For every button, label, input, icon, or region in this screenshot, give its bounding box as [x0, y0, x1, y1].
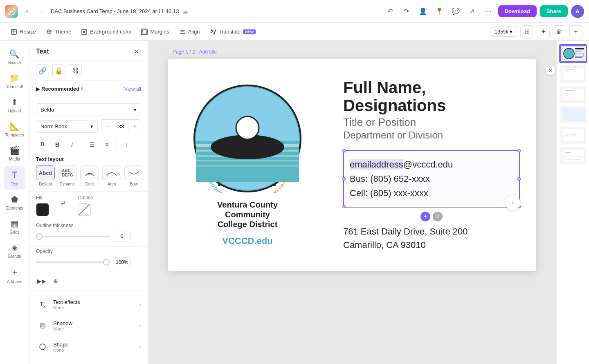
- align-left-btn[interactable]: ☰: [85, 138, 99, 151]
- panel-icon-row: 🔗 🔒 ⛓: [29, 61, 148, 81]
- layout-arch[interactable]: Arch: [102, 165, 121, 186]
- add-btn[interactable]: ＋: [569, 25, 582, 38]
- resize-tool[interactable]: Resize: [7, 27, 40, 37]
- font-style-select[interactable]: Norm Book ▾: [36, 120, 98, 133]
- thumbnail-3[interactable]: [559, 85, 587, 104]
- add-title-link[interactable]: Add title: [199, 49, 217, 55]
- bold-serif-btn[interactable]: B: [36, 138, 49, 151]
- handle-tr[interactable]: [517, 149, 521, 152]
- sidebar-item-search[interactable]: 🔍 Search: [4, 46, 25, 68]
- undo-btn[interactable]: ↶: [384, 5, 397, 18]
- bg-color-tool[interactable]: Background color: [77, 27, 135, 37]
- grid-view-btn[interactable]: ⊞: [520, 25, 533, 38]
- sidebar-item-brands[interactable]: ◈ Brands: [4, 239, 25, 262]
- opacity-value-input[interactable]: [113, 257, 131, 267]
- move-icon-refresh[interactable]: ↺: [433, 212, 443, 221]
- contact-box-wrapper: emailaddressemailaddress@vcccd.edu@vcccd…: [343, 150, 520, 208]
- svg-rect-39: [575, 57, 582, 58]
- thumbnail-5[interactable]: VCCCD: [559, 126, 587, 145]
- panel-close-btn[interactable]: ✕: [131, 47, 141, 56]
- handle-mr[interactable]: [517, 177, 521, 181]
- handle-tl[interactable]: [342, 149, 346, 152]
- redo-btn[interactable]: ↷: [400, 5, 413, 18]
- sidebar-item-grids[interactable]: ▦ Grids: [4, 215, 25, 238]
- italic-btn[interactable]: I: [65, 138, 79, 151]
- line-spacing-btn[interactable]: ↕: [120, 138, 133, 151]
- profile-icon[interactable]: 👤: [416, 5, 429, 18]
- font-size-input[interactable]: [114, 122, 128, 131]
- handle-ml[interactable]: [342, 177, 346, 181]
- sidebar-item-media[interactable]: 🎬 Media: [4, 142, 25, 165]
- share-button[interactable]: Share: [540, 5, 568, 17]
- keyframe-icon[interactable]: ⊕: [50, 275, 61, 287]
- text-effects-item[interactable]: Tx Text effects None ›: [29, 294, 148, 315]
- opacity-slider[interactable]: [36, 261, 110, 263]
- canvas-area[interactable]: Page 1 / 2 - Add title: [148, 41, 556, 364]
- thickness-slider[interactable]: [36, 236, 110, 237]
- animation-item[interactable]: Animation None ›: [29, 357, 148, 364]
- templates-icon: 📐: [9, 121, 20, 131]
- sidebar-item-templates[interactable]: 📐 Templates: [4, 118, 25, 141]
- location-icon[interactable]: 📍: [433, 5, 446, 18]
- sidebar-item-text[interactable]: T Text: [4, 166, 25, 190]
- comments-icon[interactable]: 💬: [449, 5, 462, 18]
- theme-tool[interactable]: Theme: [42, 27, 75, 37]
- svg-rect-42: [565, 69, 573, 70]
- zoom-control[interactable]: 135% ▾: [490, 27, 517, 37]
- align-tool[interactable]: Align: [175, 27, 204, 37]
- magic-btn[interactable]: ✦: [537, 25, 550, 38]
- sidebar-item-your-stuff[interactable]: 📁 Your stuff: [4, 70, 25, 92]
- shadow-item[interactable]: Shadow None ›: [29, 315, 148, 336]
- more-options-btn[interactable]: ···: [482, 5, 495, 18]
- card-address-block: 761 East Daily Drive, Suite 200 Camarill…: [343, 225, 520, 252]
- chain-btn[interactable]: ⛓: [69, 64, 82, 77]
- card-top-info: Full Name, Designations Title or Positio…: [343, 78, 520, 141]
- font-size-control: − +: [101, 119, 141, 133]
- activity-icon[interactable]: ↗: [465, 5, 479, 18]
- layout-circle[interactable]: abc Circle: [80, 165, 99, 186]
- canva-logo[interactable]: [5, 5, 18, 18]
- upload-icon: ⬆: [11, 97, 18, 107]
- top-bar-right: ↶ ↷ 👤 📍 💬 ↗ ··· Download Share A: [384, 5, 584, 18]
- next-page-arrow[interactable]: ›: [506, 195, 520, 210]
- video-icon[interactable]: ▶▶: [36, 275, 47, 287]
- thumbnail-1[interactable]: [559, 44, 587, 63]
- move-icon-plus[interactable]: ✦: [420, 212, 430, 221]
- handle-bl[interactable]: [342, 205, 346, 208]
- align-center-btn[interactable]: ≡: [100, 138, 113, 151]
- lock-btn[interactable]: 🔒: [52, 64, 65, 77]
- thickness-value-input[interactable]: [113, 232, 131, 241]
- thumb-inner-4: [560, 106, 587, 123]
- link-text-btn[interactable]: 🔗: [36, 64, 49, 77]
- translate-tool[interactable]: Translate NEW: [206, 27, 260, 37]
- font-size-decrease-btn[interactable]: −: [101, 120, 113, 133]
- thumbnail-6[interactable]: [559, 146, 587, 165]
- font-family-select[interactable]: Belda ▾: [36, 103, 141, 116]
- outline-color-swatch[interactable]: [78, 203, 91, 216]
- layout-dynamic[interactable]: ABCDEFG Dynamic: [58, 165, 77, 186]
- download-button[interactable]: Download: [498, 5, 537, 17]
- user-avatar[interactable]: A: [571, 5, 584, 18]
- back-arrow[interactable]: ‹: [21, 6, 33, 17]
- card-title: Title or Position: [343, 116, 520, 129]
- thumbnail-2[interactable]: [559, 65, 587, 83]
- font-size-increase-btn[interactable]: +: [129, 120, 141, 133]
- layout-default[interactable]: Abcd Default: [36, 165, 55, 186]
- fill-color-swatch[interactable]: [36, 203, 49, 216]
- bold-sans-btn[interactable]: B: [51, 138, 64, 151]
- sidebar-item-upload[interactable]: ⬆ Upload: [4, 94, 25, 116]
- contact-box[interactable]: emailaddressemailaddress@vcccd.edu@vcccd…: [343, 150, 520, 208]
- delete-btn[interactable]: 🗑: [553, 25, 566, 38]
- view-all-btn[interactable]: View all: [124, 86, 141, 92]
- swap-colors-btn[interactable]: ⇄: [59, 198, 68, 207]
- sidebar-item-elements[interactable]: ⬟ Elements: [4, 191, 25, 214]
- shape-item[interactable]: Shape None ›: [29, 336, 148, 357]
- thickness-label: Outline thickness: [36, 223, 141, 228]
- layout-bow[interactable]: Bow: [124, 165, 143, 186]
- margins-tool[interactable]: Margins: [137, 27, 173, 37]
- thumbnail-4[interactable]: [559, 105, 587, 124]
- fill-outline-row: Fill ⇄ Outline: [36, 195, 141, 216]
- text-effects-icon: Tx: [36, 298, 49, 311]
- sidebar-item-addons[interactable]: ＋ Add-ons: [4, 264, 25, 287]
- thumb-inner-2: [560, 65, 587, 83]
